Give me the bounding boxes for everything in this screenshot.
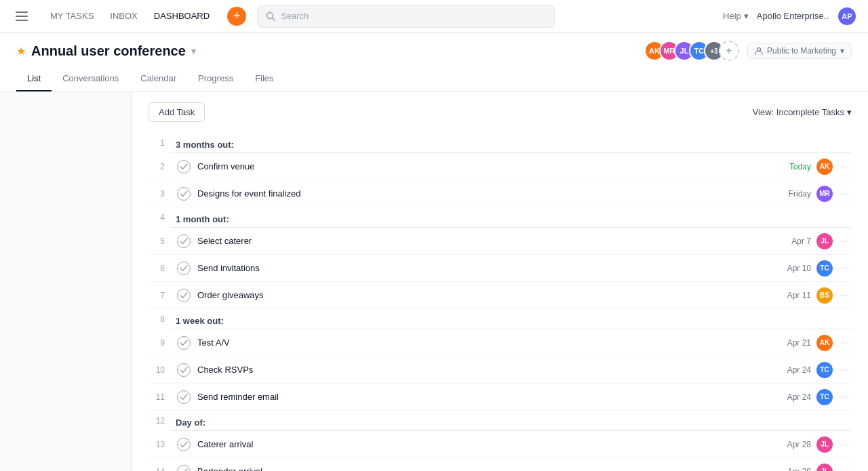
create-button[interactable]: + bbox=[227, 7, 246, 26]
tab-conversations[interactable]: Conversations bbox=[52, 66, 130, 91]
task-assignee-avatar[interactable]: BS bbox=[816, 287, 833, 304]
task-more-button[interactable]: ··· bbox=[838, 188, 852, 200]
row-number: 12 bbox=[149, 416, 170, 426]
task-date: Apr 11 bbox=[787, 291, 811, 300]
task-date: Today bbox=[789, 162, 811, 171]
task-assignee-avatar[interactable]: JL bbox=[816, 464, 833, 472]
task-date: Friday bbox=[789, 189, 811, 199]
task-row[interactable]: 6 Send invitations Apr 10 TC ··· bbox=[149, 255, 852, 282]
task-checkbox[interactable] bbox=[177, 289, 191, 302]
main-layout: Add Task View: Incomplete Tasks ▾ 1 3 mo… bbox=[0, 91, 868, 471]
task-more-button[interactable]: ··· bbox=[838, 337, 852, 349]
task-checkbox[interactable] bbox=[177, 234, 191, 248]
project-tabs: List Conversations Calendar Progress Fil… bbox=[16, 66, 852, 91]
search-placeholder: Search bbox=[281, 11, 309, 21]
task-more-button[interactable]: ··· bbox=[838, 438, 852, 451]
section-header: Day of: bbox=[170, 411, 852, 431]
nav-my-tasks[interactable]: MY TASKS bbox=[43, 7, 100, 25]
task-checkbox[interactable] bbox=[177, 390, 191, 404]
header-right: AK MR JL TC +3 + Public to Marketing ▾ bbox=[644, 41, 852, 61]
row-number: 6 bbox=[149, 264, 170, 273]
task-meta: Apr 28 JL ··· bbox=[787, 436, 852, 453]
row-number: 3 bbox=[149, 189, 170, 199]
task-assignee-avatar[interactable]: JL bbox=[816, 233, 833, 249]
view-filter[interactable]: View: Incomplete Tasks ▾ bbox=[753, 107, 852, 117]
task-row[interactable]: 5 Select caterer Apr 7 JL ··· bbox=[149, 228, 852, 255]
task-name: Send invitations bbox=[197, 263, 787, 273]
task-assignee-avatar[interactable]: AK bbox=[816, 159, 833, 175]
current-user-avatar[interactable]: AP bbox=[837, 6, 857, 26]
task-more-button[interactable]: ··· bbox=[838, 262, 852, 274]
row-number: 11 bbox=[149, 392, 170, 402]
top-navigation: MY TASKS INBOX DASHBOARD + Search Help ▾… bbox=[0, 0, 868, 33]
menu-button[interactable] bbox=[11, 5, 33, 27]
task-row[interactable]: 13 Caterer arrival Apr 28 JL ··· bbox=[149, 431, 852, 458]
add-member-button[interactable]: + bbox=[719, 41, 739, 61]
row-number: 4 bbox=[149, 213, 170, 222]
row-number: 7 bbox=[149, 291, 170, 300]
company-button[interactable]: Apollo Enterprise.. bbox=[757, 11, 829, 21]
task-date: Apr 28 bbox=[787, 467, 811, 472]
task-checkbox[interactable] bbox=[177, 160, 191, 173]
task-more-button[interactable]: ··· bbox=[838, 364, 852, 376]
section-row: 4 1 month out: bbox=[149, 207, 852, 228]
task-name: Check RSVPs bbox=[197, 365, 787, 375]
task-assignee-avatar[interactable]: MR bbox=[816, 186, 833, 202]
task-checkbox[interactable] bbox=[177, 187, 191, 201]
task-more-button[interactable]: ··· bbox=[838, 391, 852, 403]
task-name: Select caterer bbox=[197, 236, 791, 246]
task-name: Confirm venue bbox=[197, 161, 789, 171]
task-date: Apr 28 bbox=[787, 440, 811, 449]
svg-rect-2 bbox=[16, 20, 28, 21]
task-row[interactable]: 10 Check RSVPs Apr 24 TC ··· bbox=[149, 356, 852, 384]
task-checkbox[interactable] bbox=[177, 465, 191, 472]
tab-progress[interactable]: Progress bbox=[187, 66, 244, 91]
search-bar[interactable]: Search bbox=[257, 5, 555, 28]
task-assignee-avatar[interactable]: JL bbox=[816, 436, 833, 453]
task-assignee-avatar[interactable]: TC bbox=[816, 362, 833, 378]
task-row[interactable]: 14 Bartender arrival Apr 28 JL ··· bbox=[149, 458, 852, 471]
help-button[interactable]: Help ▾ bbox=[723, 11, 749, 21]
add-task-button[interactable]: Add Task bbox=[149, 102, 205, 122]
task-meta: Apr 10 TC ··· bbox=[787, 260, 852, 277]
task-row[interactable]: 9 Test A/V Apr 21 AK ··· bbox=[149, 329, 852, 356]
task-checkbox[interactable] bbox=[177, 262, 191, 275]
task-row[interactable]: 2 Confirm venue Today AK ··· bbox=[149, 153, 852, 180]
task-row[interactable]: 3 Designs for event finalized Friday MR … bbox=[149, 180, 852, 207]
project-dropdown-icon[interactable]: ▾ bbox=[191, 45, 196, 56]
project-title: Annual user conference bbox=[31, 43, 186, 59]
nav-dashboard[interactable]: DASHBOARD bbox=[147, 7, 216, 25]
task-checkbox[interactable] bbox=[177, 363, 191, 377]
sidebar bbox=[0, 91, 132, 471]
task-meta: Apr 28 JL ··· bbox=[787, 464, 852, 472]
task-meta: Apr 11 BS ··· bbox=[787, 287, 852, 304]
task-checkbox[interactable] bbox=[177, 438, 191, 451]
task-date: Apr 24 bbox=[787, 392, 811, 402]
row-number: 2 bbox=[149, 162, 170, 171]
task-more-button[interactable]: ··· bbox=[838, 466, 852, 472]
task-row[interactable]: 11 Send reminder email Apr 24 TC ··· bbox=[149, 384, 852, 411]
tab-list[interactable]: List bbox=[16, 66, 52, 91]
task-assignee-avatar[interactable]: AK bbox=[816, 335, 833, 351]
task-row[interactable]: 7 Order giveaways Apr 11 BS ··· bbox=[149, 282, 852, 309]
privacy-badge[interactable]: Public to Marketing ▾ bbox=[747, 43, 852, 59]
row-number: 8 bbox=[149, 314, 170, 324]
task-name: Send reminder email bbox=[197, 392, 787, 402]
nav-inbox[interactable]: INBOX bbox=[103, 7, 144, 25]
task-more-button[interactable]: ··· bbox=[838, 161, 852, 173]
task-assignee-avatar[interactable]: TC bbox=[816, 389, 833, 405]
task-more-button[interactable]: ··· bbox=[838, 235, 852, 247]
project-header: ★ Annual user conference ▾ AK MR JL TC +… bbox=[0, 33, 868, 91]
toolbar: Add Task View: Incomplete Tasks ▾ bbox=[149, 102, 852, 122]
task-meta: Apr 24 TC ··· bbox=[787, 389, 852, 405]
row-number: 9 bbox=[149, 338, 170, 348]
section-row: 8 1 week out: bbox=[149, 309, 852, 329]
tab-calendar[interactable]: Calendar bbox=[130, 66, 187, 91]
task-checkbox[interactable] bbox=[177, 336, 191, 350]
task-date: Apr 7 bbox=[791, 237, 811, 246]
task-name: Designs for event finalized bbox=[197, 188, 789, 199]
tab-files[interactable]: Files bbox=[244, 66, 284, 91]
task-assignee-avatar[interactable]: TC bbox=[816, 260, 833, 277]
section-header: 1 month out: bbox=[170, 207, 852, 228]
task-more-button[interactable]: ··· bbox=[838, 289, 852, 302]
